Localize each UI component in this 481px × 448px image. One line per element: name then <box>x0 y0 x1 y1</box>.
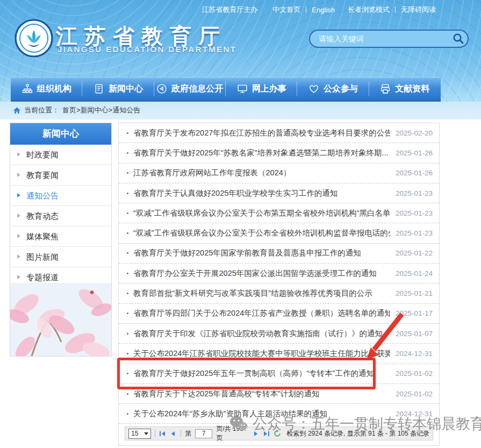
notice-list-panel: 省教育厅关于发布2027年拟在江苏招生的普通高校专业选考科目要求的公告 2025… <box>118 123 440 446</box>
notice-title[interactable]: “双减”工作省级联席会议办公室关于公布第五期全省校外培训机构“黑白名单... <box>133 208 390 218</box>
prev-page-icon <box>170 430 177 437</box>
list-item[interactable]: 关于公布2024年“苏乡永助”资助育人主题活动结果的通知 2024-12-31 <box>119 404 439 424</box>
notice-title[interactable]: 省教育厅关于下达2025年普通高校“专转本”计划的通知 <box>133 389 390 399</box>
next-page-icon <box>252 430 259 437</box>
sidebar-item-label: 图片新闻 <box>26 252 59 261</box>
sidebar-item-education-news[interactable]: 教育要闻 <box>10 165 111 186</box>
list-item[interactable]: 江苏省教育厅政府网站工作年度报表（2024） 2025-01-26 <box>119 163 439 183</box>
notice-title[interactable]: 省教育厅等四部门关于公布2024年江苏省产业教授（兼职）选聘名单的通知 <box>133 308 390 318</box>
notice-title[interactable]: 江苏省教育厅政府网站工作年度报表（2024） <box>133 168 390 178</box>
bullet-icon <box>127 353 128 354</box>
nav-item-info-disclosure[interactable]: 政府信息公开 <box>154 78 226 99</box>
list-item[interactable]: 省教育厅关于下达2025年普通高校“专转本”计划的通知 2025-01-02 <box>119 384 439 404</box>
bullet-icon <box>127 172 128 174</box>
notice-title[interactable]: 省教育厅关于做好2025年五年一贯制高职（高师）“专转本”工作的通知 <box>133 368 390 379</box>
last-page-button[interactable] <box>263 430 270 437</box>
nav-label: 新闻中心 <box>109 83 143 95</box>
link-chinese-home[interactable]: 中文首页 <box>272 5 300 15</box>
breadcrumb: 当前位置： 首页>新闻中心>通知公告 <box>13 105 140 115</box>
sidebar-item-current-politics[interactable]: 时政要闻 <box>10 145 111 165</box>
notice-date: 2025-01-02 <box>396 390 433 398</box>
link-elder-mode[interactable]: 长者浏览模式 <box>348 5 390 15</box>
divider <box>181 430 181 437</box>
prev-page-button[interactable] <box>170 430 177 437</box>
sidebar-item-label: 教育动态 <box>26 211 59 221</box>
org-chart-icon <box>22 83 33 94</box>
page-total-label: 页/共 195 页 <box>216 424 248 443</box>
site-logo[interactable] <box>14 18 54 58</box>
host-label: 江苏省教育厅主办 <box>202 5 257 15</box>
notice-title[interactable]: 教育部首批“新文科研究与改革实践项目”结题验收推荐优秀项目的公示 <box>133 288 390 298</box>
nav-label: 网上办事 <box>252 83 286 95</box>
list-item[interactable]: 省教育厅等四部门关于公布2024年江苏省产业教授（兼职）选聘名单的通知 2025… <box>119 304 439 324</box>
sidebar-item-media-focus[interactable]: 媒体聚焦 <box>10 226 111 247</box>
list-item[interactable]: 省教育厅关于做好2025年国家学前教育普及普惠县申报工作的通知 2025-01-… <box>119 244 439 264</box>
notice-title[interactable]: “双减”工作省级联席会议办公室关于公布全省校外培训机构监督举报电话的公... <box>133 228 390 238</box>
bullet-icon <box>127 212 128 214</box>
page-size-value: 15 <box>131 430 138 437</box>
list-item[interactable]: 省教育厅关于认真做好2025年职业学校学生实习工作的通知 2025-01-23 <box>119 183 439 203</box>
notice-title[interactable]: 省教育厅关于发布2027年拟在江苏招生的普通高校专业选考科目要求的公告 <box>133 128 390 138</box>
notice-date: 2025-01-26 <box>396 149 433 157</box>
bullet-icon <box>127 232 128 234</box>
page-size-select[interactable]: 15 <box>128 429 151 439</box>
list-item[interactable]: “双减”工作省级联席会议办公室关于公布第五期全省校外培训机构“黑白名单... 2… <box>119 203 439 223</box>
sidebar-item-label: 专题报道 <box>26 273 59 282</box>
notice-title[interactable]: 省教育厅关于认真做好2025年职业学校学生实习工作的通知 <box>133 188 390 198</box>
nav-item-news-center[interactable]: 新闻中心 <box>82 78 154 99</box>
info-disclosure-icon <box>156 83 167 94</box>
bullet-icon <box>127 152 128 154</box>
notice-title[interactable]: 省教育厅办公室关于开展2025年国家公派出国留学选派受理工作的通知 <box>133 268 390 279</box>
nav-label: 文献资料 <box>395 83 429 95</box>
search-box <box>309 30 469 48</box>
sidebar-item-label: 时政要闻 <box>26 150 59 159</box>
list-item[interactable]: 省教育厅关于做好2025年“苏教名家”培养对象遴选暨第二期培养对象终期... 2… <box>119 143 439 163</box>
sidebar-item-photo-news[interactable]: 图片新闻 <box>10 247 111 267</box>
last-page-icon <box>263 430 270 437</box>
nav-label: 公众参与 <box>324 83 358 95</box>
notice-title[interactable]: 关于公布2024年江苏省职业院校技能大赛中等职业学校班主任能力比赛获奖... <box>133 349 390 359</box>
next-page-button[interactable] <box>252 430 259 437</box>
refresh-icon <box>274 430 281 437</box>
first-page-button[interactable] <box>159 430 166 437</box>
list-item[interactable]: 省教育厅关于发布2027年拟在江苏招生的普通高校专业选考科目要求的公告 2025… <box>119 123 439 143</box>
bullet-icon <box>127 312 128 314</box>
list-item[interactable]: 省教育厅办公室关于开展2025年国家公派出国留学选派受理工作的通知 2025-0… <box>119 264 439 283</box>
notice-date: 2025-01-23 <box>396 209 433 217</box>
triangle-icon <box>17 275 20 279</box>
notice-date: 2025-01-23 <box>396 189 433 197</box>
list-item[interactable]: 省教育厅关于印发《江苏省职业院校劳动教育实施指南（试行）》的通知 2025-01… <box>119 324 439 344</box>
sidebar-title: 新闻中心 <box>10 123 111 145</box>
logo-emblem-icon <box>14 18 54 58</box>
home-icon <box>13 106 21 114</box>
nav-item-documents[interactable]: 文献资料 <box>369 78 441 99</box>
notice-date: 2025-01-02 <box>396 369 433 378</box>
notice-title[interactable]: 省教育厅关于印发《江苏省职业院校劳动教育实施指南（试行）》的通知 <box>133 329 390 339</box>
nav-item-online-services[interactable]: 网上办事 <box>226 78 297 99</box>
notice-title[interactable]: 省教育厅关于做好2025年“苏教名家”培养对象遴选暨第二期培养对象终期... <box>133 148 390 158</box>
sidebar-item-notices[interactable]: 通知公告 <box>10 186 111 206</box>
list-item[interactable]: 教育部首批“新文科研究与改革实践项目”结题验收推荐优秀项目的公示 2025-01… <box>119 283 439 303</box>
sidebar-item-education-trends[interactable]: 教育动态 <box>10 206 111 226</box>
link-english[interactable]: English <box>312 6 335 14</box>
notice-title[interactable]: 关于公布2024年“苏乡永助”资助育人主题活动结果的通知 <box>133 409 390 419</box>
site-subtitle: JIANGSU EDUCATION DEPARTMENT <box>58 45 236 54</box>
bullet-icon <box>127 193 128 194</box>
dropdown-caret-icon <box>144 432 148 435</box>
triangle-icon <box>17 193 20 197</box>
search-input[interactable] <box>310 34 449 43</box>
list-item[interactable]: 关于公布2024年江苏省职业院校技能大赛中等职业学校班主任能力比赛获奖... 2… <box>119 344 439 364</box>
breadcrumb-path[interactable]: 首页>新闻中心>通知公告 <box>62 105 140 115</box>
list-item-highlighted[interactable]: 省教育厅关于做好2025年五年一贯制高职（高师）“专转本”工作的通知 2025-… <box>119 364 439 384</box>
page-number-input[interactable] <box>195 429 212 438</box>
notice-title[interactable]: 省教育厅关于做好2025年国家学前教育普及普惠县申报工作的通知 <box>133 248 390 258</box>
divider <box>155 430 155 437</box>
nav-label: 组织机构 <box>37 83 71 95</box>
list-item[interactable]: “双减”工作省级联席会议办公室关于公布全省校外培训机构监督举报电话的公... 2… <box>119 223 439 243</box>
nav-item-organization[interactable]: 组织机构 <box>11 78 82 99</box>
refresh-button[interactable] <box>274 430 281 437</box>
nav-item-public-participation[interactable]: 公众参与 <box>297 78 369 99</box>
link-accessibility[interactable]: 无障碍阅读 <box>401 5 436 15</box>
search-button[interactable] <box>449 31 468 47</box>
main-nav: 组织机构 新闻中心 政府信息公开 <box>11 78 441 102</box>
